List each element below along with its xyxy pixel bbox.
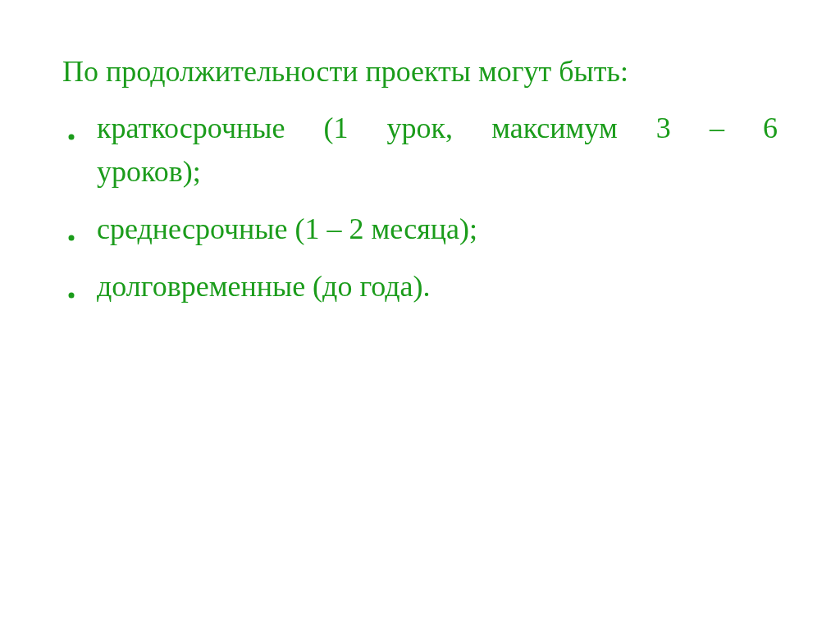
bullet-icon — [67, 208, 75, 250]
list-item-text: краткосрочные (1 урок, максимум 3 – 6 ур… — [97, 107, 778, 192]
bullet-icon — [67, 265, 75, 308]
svg-point-2 — [69, 292, 75, 298]
list-item-line1: долговременные (до года). — [97, 270, 431, 303]
list-item: среднесрочные (1 – 2 месяца); — [62, 208, 778, 250]
bullet-list: краткосрочные (1 урок, максимум 3 – 6 ур… — [62, 107, 778, 308]
svg-point-1 — [69, 235, 75, 240]
list-item-line1: среднесрочные (1 – 2 месяца); — [97, 212, 477, 245]
list-item-text: долговременные (до года). — [97, 265, 778, 308]
slide-heading: По продолжительности проекты могут быть: — [62, 51, 778, 92]
svg-point-0 — [69, 135, 75, 140]
list-item-line2: уроков); — [97, 155, 201, 188]
list-item: долговременные (до года). — [62, 265, 778, 308]
bullet-icon — [67, 107, 75, 149]
list-item: краткосрочные (1 урок, максимум 3 – 6 ур… — [62, 107, 778, 192]
list-item-text: среднесрочные (1 – 2 месяца); — [97, 208, 778, 250]
list-item-line1: краткосрочные (1 урок, максимум 3 – 6 — [97, 107, 778, 149]
